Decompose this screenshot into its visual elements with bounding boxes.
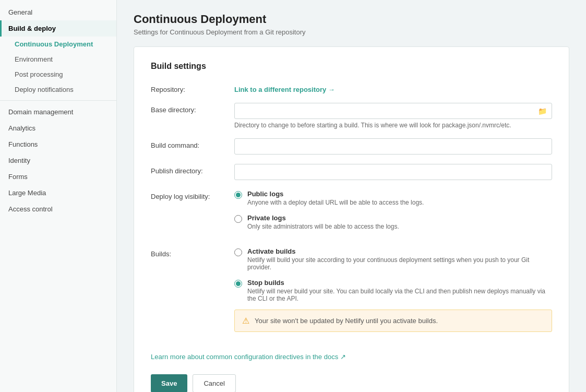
repository-control: Link to a different repository → [234,82,552,93]
cancel-button[interactable]: Cancel [193,374,235,392]
sidebar: General Build & deploy Continuous Deploy… [0,0,117,392]
builds-control: Activate builds Netlify will build your … [234,247,552,332]
build-command-control [234,138,552,155]
sidebar-item-large-media[interactable]: Large Media [0,185,116,201]
activate-builds-text: Activate builds Netlify will build your … [247,247,552,271]
public-logs-label[interactable]: Public logs [247,190,283,198]
public-logs-radio[interactable] [234,191,242,199]
activate-builds-option: Activate builds Netlify will build your … [234,247,552,271]
sidebar-item-general[interactable]: General [0,4,116,20]
folder-icon: 📁 [538,107,547,115]
builds-row: Builds: Activate builds Netlify will bui… [151,247,552,332]
sidebar-item-deploy-notifications[interactable]: Deploy notifications [0,82,116,97]
publish-directory-control [234,164,552,180]
sidebar-item-analytics[interactable]: Analytics [0,120,116,136]
save-button[interactable]: Save [151,374,187,392]
page-subtitle: Settings for Continuous Deployment from … [134,28,569,36]
builds-label: Builds: [151,247,234,258]
deploy-log-visibility-row: Deploy log visibility: Public logs Anyon… [151,189,552,237]
page-title: Continuous Deployment [134,13,569,26]
main-content: Continuous Deployment Settings for Conti… [117,0,586,392]
activate-builds-label[interactable]: Activate builds [247,247,295,255]
base-directory-helper: Directory to change to before starting a… [234,122,552,129]
publish-directory-label: Publish directory: [151,164,234,175]
warning-box: ⚠ Your site won't be updated by Netlify … [234,310,552,332]
private-logs-radio[interactable] [234,215,242,223]
sidebar-item-post-processing[interactable]: Post processing [0,67,116,82]
sidebar-item-build-deploy[interactable]: Build & deploy [0,20,116,37]
publish-directory-input[interactable] [234,164,552,180]
stop-builds-text: Stop builds Netlify will never build you… [247,278,552,302]
sidebar-item-environment[interactable]: Environment [0,52,116,67]
sidebar-item-forms[interactable]: Forms [0,169,116,185]
repository-row: Repository: Link to a different reposito… [151,82,552,93]
deploy-log-control: Public logs Anyone with a deploy detail … [234,189,552,237]
deploy-log-label: Deploy log visibility: [151,189,234,200]
public-logs-option: Public logs Anyone with a deploy detail … [234,189,552,206]
base-directory-row: Base directory: 📁 Directory to change to… [151,103,552,129]
sidebar-item-continuous-deployment[interactable]: Continuous Deployment [0,37,116,52]
activate-builds-desc: Netlify will build your site according t… [247,256,552,271]
stop-builds-option: Stop builds Netlify will never build you… [234,278,552,302]
sidebar-item-access-control[interactable]: Access control [0,201,116,217]
private-logs-text: Private logs Only site administrators wi… [247,213,399,230]
private-logs-option: Private logs Only site administrators wi… [234,213,552,230]
private-logs-desc: Only site administrators will be able to… [247,223,399,230]
card-title: Build settings [151,62,552,71]
repository-label: Repository: [151,82,234,93]
build-settings-card: Build settings Repository: Link to a dif… [134,46,569,392]
sidebar-item-domain-management[interactable]: Domain management [0,104,116,120]
private-logs-label[interactable]: Private logs [247,214,286,222]
base-directory-input[interactable] [234,103,552,119]
base-directory-input-wrapper: 📁 [234,103,552,119]
build-command-label: Build command: [151,138,234,149]
base-directory-label: Base directory: [151,103,234,114]
button-row: Save Cancel [151,374,552,392]
activate-builds-radio[interactable] [234,248,242,256]
base-directory-control: 📁 Directory to change to before starting… [234,103,552,129]
build-command-row: Build command: [151,138,552,155]
docs-link[interactable]: Learn more about common configuration di… [151,353,346,361]
stop-builds-desc: Netlify will never build your site. You … [247,288,552,302]
public-logs-text: Public logs Anyone with a deploy detail … [247,189,424,206]
warning-text: Your site won't be updated by Netlify un… [255,317,438,325]
warning-icon: ⚠ [242,316,249,326]
stop-builds-label[interactable]: Stop builds [247,279,284,287]
build-command-input[interactable] [234,138,552,155]
public-logs-desc: Anyone with a deploy detail URL will be … [247,199,424,206]
link-to-repository[interactable]: Link to a different repository → [234,82,335,93]
stop-builds-radio[interactable] [234,280,242,288]
sidebar-item-identity[interactable]: Identity [0,152,116,169]
publish-directory-row: Publish directory: [151,164,552,180]
sidebar-item-functions[interactable]: Functions [0,136,116,152]
